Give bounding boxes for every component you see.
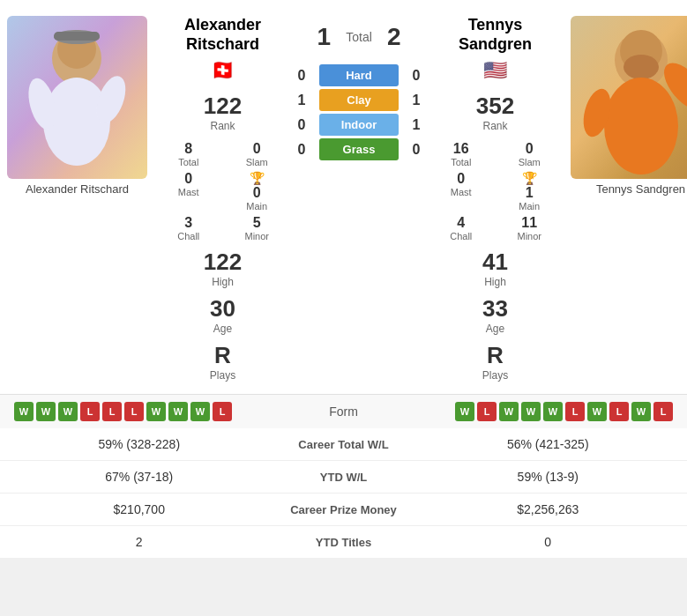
form-badge-w: W bbox=[168, 402, 188, 421]
form-badge-w: W bbox=[631, 402, 651, 421]
surface-row-clay: 1 Clay 1 bbox=[291, 89, 427, 111]
left-form-badges: WWWLLLWWWL bbox=[14, 402, 309, 421]
form-badge-l: L bbox=[609, 402, 629, 421]
left-player-flag: 🇨🇭 bbox=[211, 59, 235, 82]
ytd-titles-row: 2 YTD Titles 0 bbox=[0, 526, 687, 558]
form-badge-l: L bbox=[653, 402, 673, 421]
form-badge-w: W bbox=[521, 402, 541, 421]
left-high: 122 High bbox=[204, 249, 242, 288]
right-stat-minor: 11 Minor bbox=[503, 215, 557, 241]
left-stat-minor: 5 Minor bbox=[230, 215, 285, 241]
match-total-score: 1 Total 2 bbox=[291, 23, 427, 51]
form-section: WWWLLLWWWL Form WLWWWLWLWL bbox=[0, 394, 687, 428]
form-badge-w: W bbox=[146, 402, 166, 421]
form-badge-l: L bbox=[477, 402, 497, 421]
right-stat-total: 16 Total bbox=[434, 141, 489, 167]
right-form-badges: WLWWWLWLWL bbox=[379, 402, 674, 421]
form-badge-l: L bbox=[124, 402, 144, 421]
right-rank: 352 Rank bbox=[476, 93, 514, 132]
top-section: Alexander Ritschard Alexander Ritschard … bbox=[0, 0, 687, 394]
form-badge-w: W bbox=[543, 402, 563, 421]
form-label: Form bbox=[309, 404, 379, 419]
form-badge-w: W bbox=[587, 402, 607, 421]
right-player-flag: 🇺🇸 bbox=[483, 59, 507, 82]
right-player-photo bbox=[571, 16, 687, 179]
stats-rows: 59% (328-228) Career Total W/L 56% (421-… bbox=[0, 428, 687, 558]
left-stat-total: 8 Total bbox=[161, 141, 216, 167]
svg-point-12 bbox=[604, 78, 678, 174]
left-age: 30 Age bbox=[210, 295, 235, 335]
left-player-heading: Alexander Ritschard bbox=[161, 16, 284, 54]
left-player-photo bbox=[7, 16, 147, 179]
right-age: 33 Age bbox=[482, 295, 508, 335]
left-stat-main: 🏆 0 Main bbox=[230, 171, 285, 212]
form-badge-l: L bbox=[102, 402, 122, 421]
right-stat-main: 🏆 1 Main bbox=[503, 171, 557, 212]
right-stat-slam: 0 Slam bbox=[503, 141, 557, 167]
left-stat-mast: 0 Mast bbox=[161, 171, 216, 212]
surface-row-grass: 0 Grass 0 bbox=[291, 138, 427, 160]
right-player-heading: Tennys Sandgren bbox=[434, 16, 556, 54]
form-badge-l: L bbox=[565, 402, 585, 421]
svg-rect-4 bbox=[54, 32, 100, 41]
form-badge-w: W bbox=[190, 402, 210, 421]
form-badge-l: L bbox=[213, 402, 232, 421]
right-plays: R Plays bbox=[482, 342, 508, 382]
svg-point-11 bbox=[624, 55, 659, 79]
left-stat-slam: 0 Slam bbox=[230, 141, 285, 167]
surface-rows: 0 Hard 0 1 Clay 1 0 Indoor 1 0 Grass 0 bbox=[291, 62, 427, 163]
left-player-name: Alexander Ritschard bbox=[19, 182, 136, 201]
center-stats: 1 Total 2 0 Hard 0 1 Clay 1 0 Indoor 1 0… bbox=[291, 9, 427, 385]
right-high: 41 High bbox=[482, 249, 508, 288]
right-stats-grid: 16 Total 0 Slam 0 Mast 🏆 1 Main 4 bbox=[434, 141, 556, 241]
left-player-card: Alexander Ritschard bbox=[0, 9, 154, 385]
main-container: Alexander Ritschard Alexander Ritschard … bbox=[0, 0, 687, 558]
left-rank: 122 Rank bbox=[204, 93, 242, 132]
surface-row-indoor: 0 Indoor 1 bbox=[291, 114, 427, 136]
left-plays: R Plays bbox=[210, 342, 235, 382]
right-stat-chall: 4 Chall bbox=[434, 215, 489, 241]
left-trophy-icon: 🏆 bbox=[250, 171, 265, 185]
right-stat-mast: 0 Mast bbox=[434, 171, 489, 212]
right-trophy-icon: 🏆 bbox=[522, 171, 537, 185]
career-total-row: 59% (328-228) Career Total W/L 56% (421-… bbox=[0, 428, 687, 461]
form-badge-w: W bbox=[499, 402, 519, 421]
right-player-stats: Tennys Sandgren 🇺🇸 352 Rank 16 Total 0 S… bbox=[427, 9, 564, 385]
right-player-card: Tennys Sandgren bbox=[564, 9, 687, 385]
form-badge-w: W bbox=[455, 402, 474, 421]
right-player-name: Tennys Sandgren bbox=[589, 182, 687, 201]
ytd-wl-row: 67% (37-18) YTD W/L 59% (13-9) bbox=[0, 461, 687, 494]
form-badge-l: L bbox=[80, 402, 100, 421]
career-prize-row: $210,700 Career Prize Money $2,256,263 bbox=[0, 494, 687, 526]
form-badge-w: W bbox=[58, 402, 78, 421]
left-player-stats: Alexander Ritschard 🇨🇭 122 Rank 8 Total … bbox=[154, 9, 291, 385]
left-stats-grid: 8 Total 0 Slam 0 Mast 🏆 0 Main 3 bbox=[161, 141, 284, 241]
form-badge-w: W bbox=[36, 402, 56, 421]
surface-row-hard: 0 Hard 0 bbox=[291, 64, 427, 86]
form-badge-w: W bbox=[14, 402, 34, 421]
left-stat-chall: 3 Chall bbox=[161, 215, 216, 241]
